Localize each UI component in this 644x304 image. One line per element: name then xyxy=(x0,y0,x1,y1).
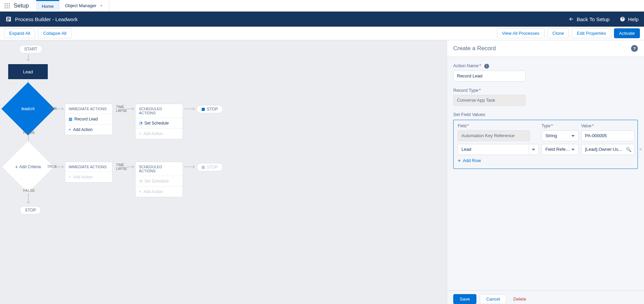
final-stop-pill: STOP xyxy=(20,206,41,214)
plus-icon: + xyxy=(139,189,141,194)
value-input[interactable] xyxy=(581,130,634,141)
field-values-grid: Field* Type* Value* Automation Key Refer… xyxy=(453,120,638,169)
action-name-input[interactable] xyxy=(453,71,526,82)
main: START Lead leadcrit TRUE FALSE IMMEDIATE… xyxy=(0,40,644,304)
svg-rect-10 xyxy=(7,18,10,18)
panel-title: Create a Record xyxy=(453,45,496,52)
arrow xyxy=(184,167,195,167)
stop-icon xyxy=(202,108,205,111)
panel-body: Action Name* i Record Type* Converse App… xyxy=(447,57,644,290)
action-record-lead[interactable]: ▦ Record Lead xyxy=(65,114,112,124)
process-builder-icon xyxy=(5,16,12,22)
panel-help-icon[interactable]: ? xyxy=(631,45,638,52)
scheduled-actions-box-2: SCHEDULED ACTIONS ◔ Set Schedule + Add A… xyxy=(135,162,183,197)
field-select[interactable]: Lead xyxy=(458,144,539,155)
field-headers: Field* Type* Value* xyxy=(458,124,633,128)
add-action-disabled: + Add Action xyxy=(135,128,183,139)
svg-point-8 xyxy=(9,7,10,8)
delete-row-icon[interactable]: × xyxy=(637,146,644,153)
save-button[interactable]: Save xyxy=(453,294,476,304)
svg-point-5 xyxy=(9,5,10,6)
view-all-processes-button[interactable]: View All Processes xyxy=(497,28,545,38)
top-nav: Setup Home Object Manager xyxy=(0,0,644,12)
add-criteria-node[interactable]: +Add Criteria xyxy=(9,148,47,186)
plus-icon: + xyxy=(139,131,141,136)
arrow xyxy=(127,167,134,167)
stop-icon xyxy=(202,166,205,169)
svg-point-0 xyxy=(5,3,6,4)
setup-label: Setup xyxy=(14,2,29,9)
svg-point-4 xyxy=(7,5,8,6)
type-select[interactable]: String xyxy=(542,130,578,141)
arrow xyxy=(28,55,29,61)
immediate-actions-box-1: IMMEDIATE ACTIONS ▦ Record Lead + Add Ac… xyxy=(65,104,113,135)
field-select[interactable]: Automation Key Reference xyxy=(458,130,530,141)
delete-button[interactable]: Delete xyxy=(510,294,530,304)
plus-icon: + xyxy=(69,175,71,179)
arrow xyxy=(184,108,195,109)
expand-all-button[interactable]: Expand All xyxy=(4,28,35,38)
value-lookup[interactable]: [Lead].Owner:Us... 🔍 xyxy=(581,144,634,155)
criteria-false-label: FALSE xyxy=(23,130,35,134)
plus-icon: + xyxy=(69,127,71,132)
add-action-button[interactable]: + Add Action xyxy=(65,124,112,135)
arrow xyxy=(28,193,29,203)
plus-icon: + xyxy=(15,164,18,170)
field-row: Automation Key Reference String xyxy=(458,130,633,141)
tabs: Home Object Manager xyxy=(36,0,109,12)
start-pill: START xyxy=(19,45,42,53)
page-title: Process Builder - Leadwork xyxy=(15,16,77,22)
svg-rect-11 xyxy=(7,19,10,19)
immediate-actions-box-2: IMMEDIATE ACTIONS + Add Action xyxy=(65,162,113,183)
arrow-left-icon xyxy=(569,16,574,22)
scheduled-actions-box-1: SCHEDULED ACTIONS ◔ Set Schedule + Add A… xyxy=(135,104,183,139)
add-row-button[interactable]: + Add Row xyxy=(458,158,633,164)
criteria-false-label-2: FALSE xyxy=(23,188,35,192)
svg-point-6 xyxy=(5,7,6,8)
clock-icon: ◔ xyxy=(139,179,142,184)
action-name-label: Action Name* i xyxy=(453,63,638,69)
help-link[interactable]: Help xyxy=(620,16,639,22)
svg-point-1 xyxy=(7,3,8,4)
svg-point-7 xyxy=(7,7,8,8)
clone-button[interactable]: Clone xyxy=(547,28,569,38)
arrow xyxy=(127,108,134,109)
help-icon xyxy=(620,16,625,22)
search-icon: 🔍 xyxy=(626,147,631,152)
chevron-down-icon xyxy=(99,4,103,8)
set-field-values-label: Set Field Values xyxy=(453,112,638,117)
stop-pill-2: STOP xyxy=(197,163,223,171)
set-schedule-button[interactable]: ◔ Set Schedule xyxy=(135,118,183,128)
side-panel: Create a Record ? Action Name* i Record … xyxy=(447,40,644,304)
app-launcher-icon[interactable] xyxy=(1,0,13,12)
object-node[interactable]: Lead xyxy=(8,64,48,79)
record-icon: ▦ xyxy=(69,117,72,121)
edit-properties-button[interactable]: Edit Properties xyxy=(572,28,611,38)
criteria-node-leadcrit[interactable]: leadcrit xyxy=(9,90,47,128)
add-action-disabled-3: + Add Action xyxy=(135,186,183,197)
svg-rect-12 xyxy=(7,20,9,21)
activate-button[interactable]: Activate xyxy=(614,28,640,38)
stop-pill-1[interactable]: STOP xyxy=(197,105,223,113)
field-row: Lead Field Reference [Lead].Owner:Us... … xyxy=(458,144,633,155)
svg-point-2 xyxy=(9,3,10,4)
back-to-setup-link[interactable]: Back To Setup xyxy=(569,16,610,22)
arrow xyxy=(57,108,63,109)
arrow xyxy=(57,167,63,167)
record-type-input[interactable]: Converse App Task xyxy=(453,95,526,106)
add-action-disabled-2: + Add Action xyxy=(65,172,112,182)
criteria-true-label: TRUE xyxy=(47,106,57,111)
collapse-all-button[interactable]: Collapse All xyxy=(38,28,71,38)
info-icon[interactable]: i xyxy=(484,64,489,69)
clock-icon: ◔ xyxy=(139,121,142,126)
svg-point-3 xyxy=(5,5,6,6)
cancel-button[interactable]: Cancel xyxy=(480,294,506,304)
plus-icon: + xyxy=(458,158,461,164)
tab-home[interactable]: Home xyxy=(36,0,59,12)
toolbar: Expand All Collapse All View All Process… xyxy=(0,27,644,40)
type-select[interactable]: Field Reference xyxy=(542,144,578,155)
tab-object-manager[interactable]: Object Manager xyxy=(59,0,109,12)
canvas: START Lead leadcrit TRUE FALSE IMMEDIATE… xyxy=(0,40,447,304)
record-type-label: Record Type* xyxy=(453,88,638,93)
criteria-true-label-2: TRUE xyxy=(47,164,57,169)
